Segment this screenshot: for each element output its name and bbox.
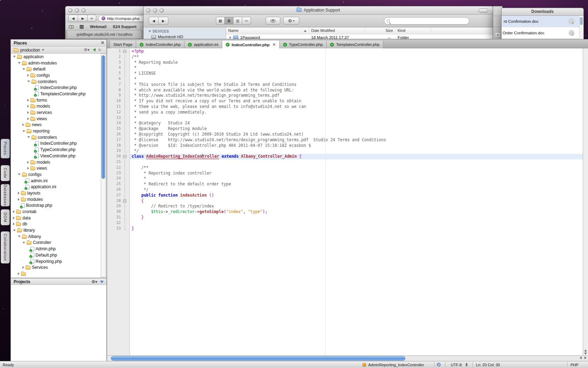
disclosure-triangle-icon[interactable]	[13, 217, 15, 219]
places-root-selector[interactable]: production ▼ ⚙▾	[11, 47, 106, 54]
column-view-button[interactable]: ▥	[233, 17, 242, 25]
code-text[interactable]: <?php/** * Reporting module * * LICENSE …	[131, 49, 583, 231]
scrollbar-thumb[interactable]	[102, 55, 105, 179]
tree-item-views[interactable]: views	[11, 165, 101, 171]
close-window-button[interactable]	[68, 8, 72, 13]
sidebar-tab-dom[interactable]: DOM	[1, 209, 10, 225]
forward-arrow-icon[interactable]	[99, 48, 102, 52]
forward-button[interactable]: ▶	[78, 15, 88, 22]
scrollbar-arrows[interactable]	[580, 356, 587, 359]
tree-item-typecontroller-php[interactable]: ✓TypeController.php	[11, 146, 101, 153]
tree-item-configs[interactable]: configs	[11, 171, 101, 178]
back-button[interactable]: ◀	[149, 17, 159, 25]
stepper-arrows-icon[interactable]	[465, 363, 468, 367]
tree-item-bootstrap-php[interactable]: ✓Bootstrap.php	[11, 203, 101, 209]
editor-tab-indexcontroller-php[interactable]: ✓IndexController.php	[136, 41, 184, 48]
disclosure-triangle-icon[interactable]	[18, 62, 21, 64]
tree-item-indexcontroller-php[interactable]: ✓IndexController.php	[11, 84, 101, 91]
tree-item-default-php[interactable]: ✓Default.php	[11, 252, 101, 258]
editor-body[interactable]: 1234567891011121314151617181920212223242…	[107, 48, 583, 355]
tree-item-models[interactable]: models	[11, 159, 101, 165]
downloads-titlebar[interactable]: Downloads	[502, 8, 583, 16]
disclosure-triangle-icon[interactable]	[230, 36, 231, 39]
tree-item-db[interactable]: db	[11, 221, 101, 227]
tree-item-indexcontroller-php[interactable]: ✓IndexController.php	[11, 141, 101, 147]
tree-item-modules[interactable]: modules	[11, 196, 101, 203]
disclosure-triangle-icon[interactable]	[18, 192, 20, 195]
back-button[interactable]: ◀	[68, 15, 78, 22]
browser-tab[interactable]: goldfinger.studio24.net / localhos	[67, 30, 142, 38]
back-arrow-icon[interactable]	[93, 48, 96, 52]
sidebar-tab-code[interactable]: Code	[1, 165, 10, 181]
tree-item-controllers[interactable]: controllers	[11, 79, 101, 85]
finder-titlebar[interactable]: Application Support	[144, 6, 493, 15]
tree-item-crontab[interactable]: crontab	[11, 209, 101, 215]
tree-item-models[interactable]: models	[11, 103, 101, 110]
column-header-name[interactable]: Name	[226, 28, 309, 34]
tree-item-data[interactable]: data	[11, 215, 101, 221]
disclosure-triangle-icon[interactable]	[22, 266, 24, 269]
code-fold-icon[interactable]	[123, 50, 126, 53]
disclosure-triangle-icon[interactable]	[22, 123, 24, 126]
action-menu-button[interactable]: ⚙▾	[283, 17, 299, 25]
scrollbar-thumb[interactable]	[580, 17, 583, 25]
add-button[interactable]: +	[495, 32, 500, 38]
search-input[interactable]	[384, 17, 469, 25]
tree-item-news[interactable]: news	[11, 122, 101, 128]
disclosure-triangle-icon[interactable]	[18, 236, 21, 237]
sidebar-tab-collaboration[interactable]: Collaboration	[1, 231, 10, 264]
scrollbar-thumb[interactable]	[111, 356, 405, 361]
disclosure-triangle-icon[interactable]	[13, 210, 15, 213]
column-header-kind[interactable]: Kind	[396, 28, 431, 34]
icon-view-button[interactable]: ▦	[216, 17, 225, 25]
close-icon[interactable]: ✕	[101, 40, 104, 45]
topsites-icon[interactable]	[80, 25, 84, 29]
filter-icon[interactable]	[100, 281, 104, 283]
disclosure-triangle-icon[interactable]	[27, 81, 30, 82]
devices-section-header[interactable]: DEVICES	[144, 29, 226, 33]
disclosure-triangle-icon[interactable]	[27, 167, 29, 170]
tree-item-forms[interactable]: forms	[11, 97, 101, 103]
encoding-indicator[interactable]: UTF-8	[451, 363, 462, 367]
editor-tab-application-ini[interactable]: ✓application.ini	[184, 41, 222, 48]
disclosure-triangle-icon[interactable]	[27, 117, 29, 120]
tree-item-library[interactable]: library	[11, 227, 101, 233]
close-tab-icon[interactable]: ✕	[272, 42, 275, 47]
bookmarks-icon[interactable]	[69, 25, 74, 28]
tree-item-views[interactable]: views	[11, 116, 101, 122]
tree-item-albany[interactable]: Albany	[11, 233, 101, 240]
list-view-button[interactable]: ≣	[225, 17, 233, 25]
disclosure-triangle-icon[interactable]	[27, 99, 29, 102]
quick-look-button[interactable]	[266, 17, 280, 25]
tree-item-reporting[interactable]: reporting	[11, 128, 101, 134]
editor-tab-typecontroller-php[interactable]: ✓TypeController.php	[280, 41, 327, 48]
tree-item-services[interactable]: Services	[11, 264, 101, 271]
bookmark-s24-support[interactable]: S24 Support	[113, 25, 136, 29]
disclosure-triangle-icon[interactable]	[27, 74, 29, 77]
tree-item-configs[interactable]: configs	[11, 72, 101, 79]
tree-item-templatescontroller-php[interactable]: ✓TemplatesController.php	[11, 91, 101, 97]
tree-item-application[interactable]: application	[11, 54, 101, 60]
disclosure-triangle-icon[interactable]	[13, 56, 16, 57]
table-row[interactable]: 1Password18 March 2011 17:37--Folder	[226, 34, 493, 39]
editor-tab-indexcontroller-php[interactable]: ✓IndexController.php✕	[222, 41, 280, 49]
scrollbar-arrows[interactable]	[583, 349, 588, 355]
tree-item-admin-modules[interactable]: admin-modules	[11, 60, 101, 66]
minimize-window-button[interactable]	[75, 8, 79, 13]
disclosure-triangle-icon[interactable]	[27, 105, 29, 108]
disclosure-triangle-icon[interactable]	[27, 161, 29, 164]
tree-scrollbar[interactable]	[101, 54, 106, 277]
tree-item-item[interactable]	[11, 271, 101, 277]
disclosure-triangle-icon[interactable]	[22, 68, 25, 70]
new-tab-button[interactable]: +	[87, 15, 96, 22]
disclosure-triangle-icon[interactable]	[22, 130, 25, 132]
toolbar-toggle-button[interactable]	[478, 8, 488, 13]
disclosure-triangle-icon[interactable]	[13, 230, 16, 231]
magnifier-icon[interactable]	[569, 19, 574, 24]
tree-item-services[interactable]: services	[11, 109, 101, 116]
scrollbar[interactable]	[579, 16, 583, 38]
column-header-size[interactable]: Size	[365, 28, 396, 34]
editor-tab-start-page[interactable]: Start Page	[110, 41, 136, 48]
disclosure-triangle-icon[interactable]	[18, 272, 20, 275]
tree-item-admin-ini[interactable]: ✓admin.ini	[11, 178, 101, 184]
